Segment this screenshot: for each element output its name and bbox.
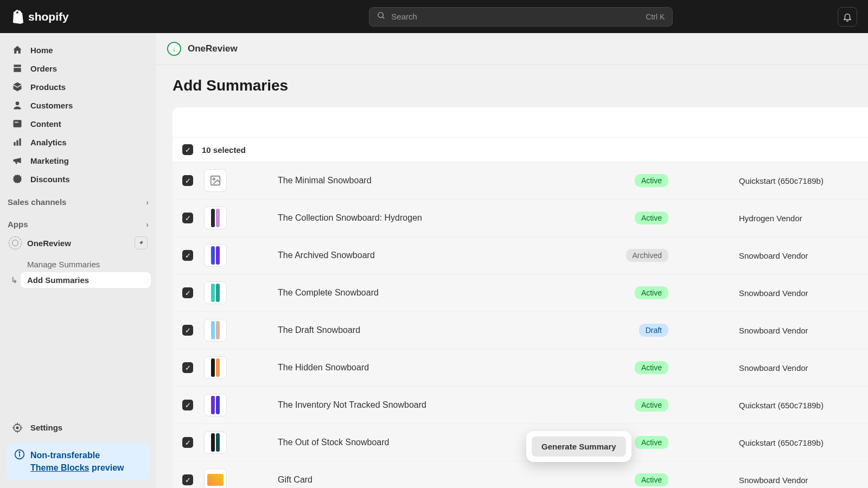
status-badge: Active: [635, 286, 668, 299]
product-thumbnail: [204, 207, 227, 229]
corner-arrow-icon: ↳: [11, 275, 18, 285]
svg-point-11: [19, 452, 20, 453]
product-vendor: Snowboard Vendor: [739, 326, 858, 335]
svg-point-13: [213, 178, 215, 180]
select-all-checkbox[interactable]: ✓: [182, 144, 193, 155]
product-vendor: Quickstart (650c7189b): [739, 176, 858, 185]
floating-action-bar: Generate Summary: [526, 431, 631, 462]
product-name: The Archived Snowboard: [278, 251, 626, 260]
nav-discounts[interactable]: Discounts: [5, 170, 151, 188]
selected-count: 10 selected: [202, 145, 246, 155]
nav-label: Customers: [30, 101, 73, 110]
selection-header: ✓ 10 selected: [173, 138, 868, 162]
svg-point-8: [16, 426, 19, 429]
card-toolbar: [173, 107, 868, 138]
product-name: The Hidden Snowboard: [278, 363, 635, 373]
product-thumbnail: [204, 431, 227, 454]
product-name: The Inventory Not Tracked Snowboard: [278, 400, 635, 410]
nav-marketing[interactable]: Marketing: [5, 151, 151, 170]
nav-label: Discounts: [30, 175, 70, 184]
nav-label: Products: [30, 82, 66, 92]
sales-channels-header[interactable]: Sales channels ›: [5, 194, 151, 210]
generate-summary-button[interactable]: Generate Summary: [532, 436, 626, 457]
product-vendor: Snowboard Vendor: [739, 476, 858, 485]
product-row[interactable]: ✓The Hidden SnowboardActiveSnowboard Ven…: [173, 349, 868, 386]
nav-products[interactable]: Products: [5, 78, 151, 96]
product-row[interactable]: ✓The Minimal SnowboardActiveQuickstart (…: [173, 162, 868, 199]
theme-blocks-banner[interactable]: Non-transferable Theme Blocks preview: [7, 442, 150, 480]
row-checkbox[interactable]: ✓: [182, 325, 193, 336]
topbar: shopify Search Ctrl K: [0, 0, 868, 33]
product-vendor: Snowboard Vendor: [739, 288, 858, 298]
product-name: Gift Card: [278, 475, 635, 485]
status-badge: Active: [635, 399, 668, 412]
row-checkbox[interactable]: ✓: [182, 250, 193, 261]
nav-analytics[interactable]: Analytics: [5, 133, 151, 151]
app-header: ↓ OneReview: [156, 33, 868, 65]
nav-settings[interactable]: Settings: [5, 419, 151, 437]
product-vendor: Hydrogen Vendor: [739, 214, 858, 223]
product-row[interactable]: ✓The Archived SnowboardArchivedSnowboard…: [173, 236, 868, 274]
apps-header[interactable]: Apps ›: [5, 216, 151, 233]
product-thumbnail: [204, 244, 227, 267]
search-input[interactable]: Search Ctrl K: [369, 7, 673, 27]
product-row[interactable]: ✓The Inventory Not Tracked SnowboardActi…: [173, 386, 868, 423]
svg-rect-7: [19, 138, 21, 145]
product-name: The Collection Snowboard: Hydrogen: [278, 213, 635, 223]
nav-orders[interactable]: Orders: [5, 59, 151, 78]
row-checkbox[interactable]: ✓: [182, 213, 193, 223]
row-checkbox[interactable]: ✓: [182, 175, 193, 186]
svg-rect-4: [15, 122, 18, 123]
row-checkbox[interactable]: ✓: [182, 362, 193, 373]
product-row[interactable]: ✓Gift CardActiveSnowboard Vendor: [173, 461, 868, 488]
sidebar: Home Orders Products Customers Content A…: [0, 33, 156, 488]
nav-label: Content: [30, 119, 61, 129]
product-row[interactable]: ✓The Draft SnowboardDraftSnowboard Vendo…: [173, 311, 868, 349]
status-badge: Active: [635, 361, 668, 374]
product-row[interactable]: ✓The Out of Stock SnowboardActiveQuickst…: [173, 423, 868, 461]
product-row[interactable]: ✓The Complete SnowboardActiveSnowboard V…: [173, 274, 868, 311]
nav-label: Home: [30, 46, 53, 55]
row-checkbox[interactable]: ✓: [182, 474, 193, 485]
nav-home[interactable]: Home: [5, 41, 151, 59]
nav-label: Settings: [30, 423, 62, 432]
sidebar-app-onereview[interactable]: OneReview: [5, 233, 151, 253]
brand-name: shopify: [28, 10, 69, 23]
search-placeholder: Search: [391, 12, 646, 21]
product-vendor: Quickstart (650c7189b): [739, 401, 858, 410]
product-thumbnail: [204, 356, 227, 379]
svg-rect-5: [14, 142, 15, 146]
main-content: ↓ OneReview Add Summaries ✓ 10 selected …: [156, 33, 868, 488]
status-badge: Active: [635, 211, 668, 224]
svg-rect-3: [14, 120, 22, 127]
svg-point-2: [16, 101, 20, 105]
logo[interactable]: shopify: [11, 10, 69, 24]
search-icon: [377, 11, 386, 22]
app-icon: ↓: [167, 42, 181, 56]
notifications-button[interactable]: [838, 7, 857, 27]
row-checkbox[interactable]: ✓: [182, 437, 193, 448]
products-card: ✓ 10 selected ✓The Minimal SnowboardActi…: [173, 107, 868, 488]
info-icon: [14, 449, 25, 462]
chevron-right-icon: ›: [146, 220, 149, 229]
shopify-bag-icon: [11, 10, 24, 24]
status-badge: Draft: [639, 324, 668, 337]
pin-icon[interactable]: [135, 236, 148, 249]
svg-point-0: [378, 12, 383, 17]
row-checkbox[interactable]: ✓: [182, 287, 193, 298]
row-checkbox[interactable]: ✓: [182, 400, 193, 410]
product-thumbnail: [204, 468, 227, 488]
status-badge: Active: [635, 436, 668, 449]
page-title: Add Summaries: [156, 65, 868, 107]
nav-label: Marketing: [30, 156, 69, 165]
product-thumbnail: [204, 281, 227, 304]
product-row[interactable]: ✓The Collection Snowboard: HydrogenActiv…: [173, 199, 868, 236]
subnav-add-summaries[interactable]: ↳ Add Summaries: [21, 272, 151, 288]
product-thumbnail: [204, 394, 227, 416]
nav-customers[interactable]: Customers: [5, 96, 151, 114]
chevron-right-icon: ›: [146, 197, 149, 207]
product-vendor: Quickstart (650c7189b): [739, 438, 858, 447]
svg-line-1: [382, 17, 384, 18]
nav-content[interactable]: Content: [5, 114, 151, 133]
subnav-manage-summaries[interactable]: Manage Summaries: [21, 256, 151, 272]
